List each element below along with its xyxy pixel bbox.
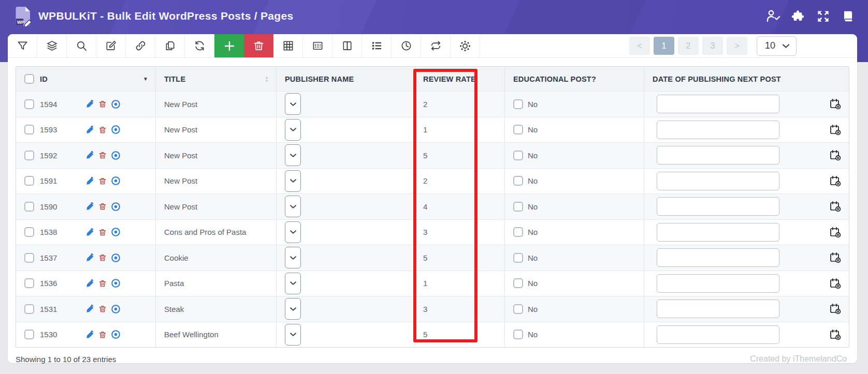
delete-trash-icon[interactable] (98, 228, 107, 237)
view-eye-icon[interactable] (110, 124, 121, 135)
educational-checkbox[interactable] (513, 176, 523, 186)
user-check-icon[interactable] (766, 9, 780, 23)
page-size-select[interactable]: 10 (757, 36, 797, 56)
date-input[interactable] (657, 197, 779, 216)
edit-pencil-icon[interactable] (85, 202, 95, 211)
publisher-dropdown[interactable] (285, 324, 301, 346)
publisher-dropdown[interactable] (285, 196, 301, 217)
calendar-clear-icon[interactable] (829, 251, 842, 264)
row-checkbox[interactable] (24, 202, 34, 212)
educational-checkbox[interactable] (513, 304, 523, 314)
layers-button[interactable] (37, 34, 67, 57)
row-checkbox[interactable] (24, 125, 34, 134)
view-eye-icon[interactable] (110, 329, 121, 340)
prev-page-button[interactable]: < (629, 37, 650, 55)
delete-trash-icon[interactable] (98, 99, 107, 109)
date-input[interactable] (657, 95, 779, 113)
edit-pencil-icon[interactable] (85, 253, 95, 262)
delete-trash-icon[interactable] (98, 253, 107, 262)
column-header-date-of-publishing[interactable]: DATE OF PUBLISHING NEXT POST (644, 67, 849, 91)
refresh-button[interactable] (185, 34, 214, 57)
calendar-clear-icon[interactable] (829, 328, 842, 341)
column-header-title[interactable]: TITLE ▲▼ (156, 67, 277, 91)
column-header-id[interactable]: ID ▼ (16, 67, 156, 91)
row-checkbox[interactable] (24, 151, 34, 160)
page-button-3[interactable]: 3 (702, 37, 723, 55)
educational-checkbox[interactable] (513, 278, 523, 288)
row-checkbox[interactable] (24, 278, 34, 288)
calendar-clear-icon[interactable] (829, 98, 842, 110)
list-button[interactable] (362, 34, 392, 57)
settings-button[interactable] (451, 34, 480, 57)
view-eye-icon[interactable] (110, 175, 121, 186)
edit-pencil-icon[interactable] (85, 151, 95, 160)
publisher-dropdown[interactable] (285, 144, 301, 166)
row-checkbox[interactable] (24, 304, 34, 314)
publisher-dropdown[interactable] (285, 298, 301, 320)
column-header-publisher-name[interactable]: PUBLISHER NAME (277, 67, 415, 91)
link-button[interactable] (126, 34, 155, 57)
column-header-educational-post[interactable]: EDUCATIONAL POST? (505, 67, 644, 91)
calendar-clear-icon[interactable] (829, 124, 842, 136)
calendar-clear-icon[interactable] (829, 149, 842, 161)
row-checkbox[interactable] (24, 253, 34, 263)
publisher-dropdown[interactable] (285, 273, 301, 294)
view-eye-icon[interactable] (110, 201, 121, 212)
calendar-clear-icon[interactable] (829, 175, 842, 187)
delete-button[interactable] (244, 34, 273, 57)
delete-trash-icon[interactable] (98, 202, 107, 211)
date-input[interactable] (657, 172, 779, 190)
delete-trash-icon[interactable] (98, 151, 107, 160)
educational-checkbox[interactable] (513, 202, 523, 212)
row-checkbox[interactable] (24, 330, 34, 339)
page-button-1[interactable]: 1 (654, 37, 674, 55)
educational-checkbox[interactable] (513, 227, 523, 237)
select-all-checkbox[interactable] (24, 74, 34, 84)
row-checkbox[interactable] (24, 99, 34, 109)
calendar-clear-icon[interactable] (829, 200, 842, 213)
educational-checkbox[interactable] (513, 151, 523, 160)
educational-checkbox[interactable] (513, 125, 523, 134)
delete-trash-icon[interactable] (98, 176, 107, 186)
history-clock-button[interactable] (392, 34, 421, 57)
educational-checkbox[interactable] (513, 253, 523, 263)
table-grid-button[interactable] (273, 34, 303, 57)
date-input[interactable] (657, 146, 779, 164)
calendar-clear-icon[interactable] (829, 277, 842, 290)
column-header-review-rate[interactable]: REVIEW RATE (415, 67, 505, 91)
view-eye-icon[interactable] (110, 304, 121, 315)
date-input[interactable] (657, 325, 779, 344)
date-input[interactable] (657, 300, 779, 318)
view-eye-icon[interactable] (110, 227, 121, 237)
calendar-clear-icon[interactable] (829, 303, 842, 315)
next-page-button[interactable]: > (727, 37, 747, 55)
row-checkbox[interactable] (24, 176, 34, 186)
documentation-book-icon[interactable] (841, 9, 855, 23)
date-input[interactable] (657, 248, 779, 267)
edit-pencil-icon[interactable] (85, 176, 95, 186)
publisher-dropdown[interactable] (285, 221, 301, 243)
delete-trash-icon[interactable] (98, 125, 107, 134)
edit-pencil-icon[interactable] (85, 228, 95, 237)
inline-edit-button[interactable] (303, 34, 332, 57)
view-eye-icon[interactable] (110, 252, 121, 263)
fullscreen-icon[interactable] (816, 9, 830, 23)
view-eye-icon[interactable] (110, 150, 121, 161)
view-eye-icon[interactable] (110, 99, 121, 110)
publisher-dropdown[interactable] (285, 119, 301, 141)
edit-pencil-icon[interactable] (85, 330, 95, 339)
publisher-dropdown[interactable] (285, 170, 301, 192)
add-new-button[interactable] (214, 34, 244, 57)
publisher-dropdown[interactable] (285, 247, 301, 268)
edit-pencil-icon[interactable] (85, 99, 95, 109)
date-input[interactable] (657, 274, 779, 293)
split-columns-button[interactable] (332, 34, 362, 57)
row-checkbox[interactable] (24, 227, 34, 237)
educational-checkbox[interactable] (513, 99, 523, 109)
publisher-dropdown[interactable] (285, 93, 301, 115)
calendar-clear-icon[interactable] (829, 226, 842, 238)
filter-button[interactable] (8, 34, 37, 57)
repeat-sync-button[interactable] (421, 34, 451, 57)
bulk-edit-button[interactable] (96, 34, 126, 57)
duplicate-button[interactable] (155, 34, 185, 57)
